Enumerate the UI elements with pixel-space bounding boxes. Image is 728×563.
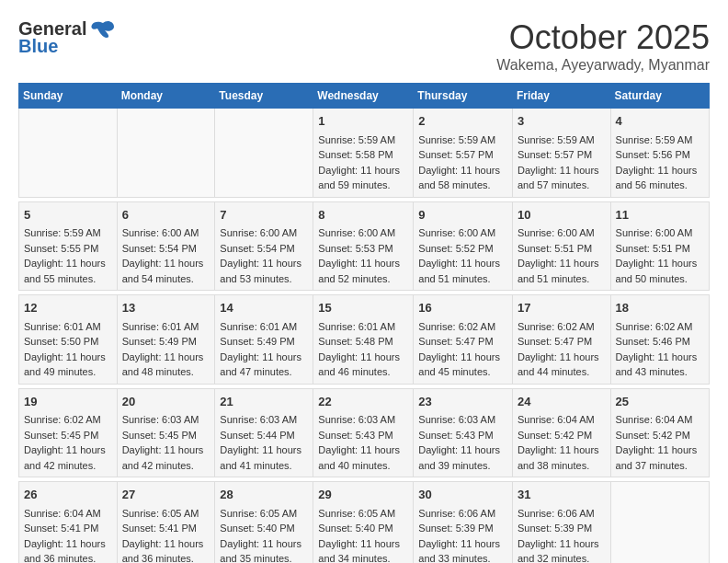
calendar-table: SundayMondayTuesdayWednesdayThursdayFrid…: [18, 83, 710, 563]
day-cell: 15Sunrise: 6:01 AMSunset: 5:48 PMDayligh…: [313, 295, 414, 385]
day-cell: 21Sunrise: 6:03 AMSunset: 5:44 PMDayligh…: [215, 388, 313, 477]
day-cell: 1Sunrise: 5:59 AMSunset: 5:58 PMDaylight…: [313, 109, 414, 198]
day-info: Sunrise: 5:59 AMSunset: 5:55 PMDaylight:…: [24, 227, 106, 284]
day-number: 16: [418, 299, 507, 317]
day-info: Sunrise: 6:05 AMSunset: 5:40 PMDaylight:…: [220, 508, 301, 564]
day-info: Sunrise: 6:04 AMSunset: 5:42 PMDaylight:…: [616, 414, 698, 471]
title-block: October 2025 Wakema, Ayeyarwady, Myanmar: [496, 18, 710, 74]
day-cell: 9Sunrise: 6:00 AMSunset: 5:52 PMDaylight…: [414, 201, 513, 291]
day-cell: 11Sunrise: 6:00 AMSunset: 5:51 PMDayligh…: [610, 201, 709, 291]
day-cell: 22Sunrise: 6:03 AMSunset: 5:43 PMDayligh…: [313, 388, 414, 477]
day-number: 3: [518, 112, 606, 131]
day-number: 18: [616, 299, 704, 317]
day-info: Sunrise: 6:00 AMSunset: 5:54 PMDaylight:…: [220, 227, 301, 284]
day-info: Sunrise: 6:02 AMSunset: 5:47 PMDaylight:…: [418, 321, 500, 378]
day-info: Sunrise: 6:03 AMSunset: 5:44 PMDaylight:…: [220, 414, 301, 471]
day-number: 29: [318, 486, 408, 504]
day-info: Sunrise: 6:06 AMSunset: 5:39 PMDaylight:…: [418, 508, 500, 564]
day-number: 31: [518, 486, 606, 504]
day-cell: 7Sunrise: 6:00 AMSunset: 5:54 PMDaylight…: [215, 201, 313, 291]
location: Wakema, Ayeyarwady, Myanmar: [496, 57, 710, 74]
day-info: Sunrise: 6:02 AMSunset: 5:45 PMDaylight:…: [24, 414, 106, 471]
weekday-header-tuesday: Tuesday: [215, 84, 313, 109]
day-cell: [19, 109, 118, 198]
day-info: Sunrise: 6:03 AMSunset: 5:45 PMDaylight:…: [122, 414, 204, 471]
day-cell: 5Sunrise: 5:59 AMSunset: 5:55 PMDaylight…: [19, 201, 118, 291]
day-cell: 31Sunrise: 6:06 AMSunset: 5:39 PMDayligh…: [512, 482, 610, 564]
logo: General Blue: [18, 18, 116, 57]
day-number: 11: [616, 206, 704, 224]
month-title: October 2025: [496, 18, 710, 57]
day-cell: 24Sunrise: 6:04 AMSunset: 5:42 PMDayligh…: [512, 388, 610, 477]
day-number: 20: [122, 393, 210, 411]
week-row-1: 1Sunrise: 5:59 AMSunset: 5:58 PMDaylight…: [19, 109, 710, 198]
weekday-header-row: SundayMondayTuesdayWednesdayThursdayFrid…: [19, 84, 710, 109]
day-cell: 29Sunrise: 6:05 AMSunset: 5:40 PMDayligh…: [313, 482, 414, 564]
logo-blue: Blue: [18, 36, 58, 57]
day-info: Sunrise: 6:00 AMSunset: 5:54 PMDaylight:…: [122, 227, 204, 284]
day-number: 30: [418, 486, 507, 504]
day-cell: 17Sunrise: 6:02 AMSunset: 5:47 PMDayligh…: [512, 295, 610, 385]
day-number: 10: [518, 206, 606, 224]
day-info: Sunrise: 6:01 AMSunset: 5:49 PMDaylight:…: [122, 321, 204, 378]
day-info: Sunrise: 6:01 AMSunset: 5:49 PMDaylight:…: [220, 321, 301, 378]
day-number: 23: [418, 393, 507, 411]
day-cell: 10Sunrise: 6:00 AMSunset: 5:51 PMDayligh…: [512, 201, 610, 291]
weekday-header-thursday: Thursday: [414, 84, 513, 109]
day-cell: 19Sunrise: 6:02 AMSunset: 5:45 PMDayligh…: [19, 388, 118, 477]
day-info: Sunrise: 6:05 AMSunset: 5:41 PMDaylight:…: [122, 508, 204, 564]
day-cell: [610, 482, 709, 564]
weekday-header-wednesday: Wednesday: [313, 84, 414, 109]
day-number: 19: [24, 393, 112, 411]
day-number: 15: [318, 299, 408, 317]
day-info: Sunrise: 6:00 AMSunset: 5:51 PMDaylight:…: [518, 227, 599, 284]
day-cell: 16Sunrise: 6:02 AMSunset: 5:47 PMDayligh…: [414, 295, 513, 385]
day-number: 4: [616, 112, 704, 131]
day-cell: 18Sunrise: 6:02 AMSunset: 5:46 PMDayligh…: [610, 295, 709, 385]
day-number: 21: [220, 393, 308, 411]
day-cell: 3Sunrise: 5:59 AMSunset: 5:57 PMDaylight…: [512, 109, 610, 198]
day-cell: 8Sunrise: 6:00 AMSunset: 5:53 PMDaylight…: [313, 201, 414, 291]
day-number: 5: [24, 206, 112, 224]
weekday-header-sunday: Sunday: [19, 84, 118, 109]
day-number: 28: [220, 486, 308, 504]
weekday-header-friday: Friday: [512, 84, 610, 109]
week-row-3: 12Sunrise: 6:01 AMSunset: 5:50 PMDayligh…: [19, 295, 710, 385]
day-number: 14: [220, 299, 308, 317]
day-number: 1: [318, 112, 408, 131]
day-number: 2: [418, 112, 507, 131]
day-cell: 13Sunrise: 6:01 AMSunset: 5:49 PMDayligh…: [117, 295, 215, 385]
day-number: 22: [318, 393, 408, 411]
day-info: Sunrise: 6:01 AMSunset: 5:48 PMDaylight:…: [318, 321, 400, 378]
day-number: 6: [122, 206, 210, 224]
day-number: 9: [418, 206, 507, 224]
day-info: Sunrise: 6:04 AMSunset: 5:41 PMDaylight:…: [24, 508, 106, 564]
day-number: 26: [24, 486, 112, 504]
day-cell: 14Sunrise: 6:01 AMSunset: 5:49 PMDayligh…: [215, 295, 313, 385]
day-info: Sunrise: 6:03 AMSunset: 5:43 PMDaylight:…: [418, 414, 500, 471]
page-header: General Blue October 2025 Wakema, Ayeyar…: [18, 18, 710, 74]
day-number: 12: [24, 299, 112, 317]
day-cell: 26Sunrise: 6:04 AMSunset: 5:41 PMDayligh…: [19, 482, 118, 564]
day-info: Sunrise: 6:03 AMSunset: 5:43 PMDaylight:…: [318, 414, 400, 471]
day-info: Sunrise: 5:59 AMSunset: 5:56 PMDaylight:…: [616, 134, 698, 191]
day-number: 27: [122, 486, 210, 504]
day-number: 8: [318, 206, 408, 224]
day-cell: 4Sunrise: 5:59 AMSunset: 5:56 PMDaylight…: [610, 109, 709, 198]
day-number: 25: [616, 393, 704, 411]
day-cell: 6Sunrise: 6:00 AMSunset: 5:54 PMDaylight…: [117, 201, 215, 291]
day-cell: [215, 109, 313, 198]
day-cell: 27Sunrise: 6:05 AMSunset: 5:41 PMDayligh…: [117, 482, 215, 564]
day-info: Sunrise: 6:00 AMSunset: 5:52 PMDaylight:…: [418, 227, 500, 284]
day-cell: 12Sunrise: 6:01 AMSunset: 5:50 PMDayligh…: [19, 295, 118, 385]
logo-bird-icon: [90, 19, 116, 40]
day-cell: 23Sunrise: 6:03 AMSunset: 5:43 PMDayligh…: [414, 388, 513, 477]
day-info: Sunrise: 5:59 AMSunset: 5:57 PMDaylight:…: [518, 134, 599, 191]
day-cell: 30Sunrise: 6:06 AMSunset: 5:39 PMDayligh…: [414, 482, 513, 564]
day-cell: 25Sunrise: 6:04 AMSunset: 5:42 PMDayligh…: [610, 388, 709, 477]
day-cell: [117, 109, 215, 198]
day-info: Sunrise: 6:01 AMSunset: 5:50 PMDaylight:…: [24, 321, 106, 378]
day-number: 17: [518, 299, 606, 317]
day-info: Sunrise: 6:04 AMSunset: 5:42 PMDaylight:…: [518, 414, 599, 471]
day-cell: 28Sunrise: 6:05 AMSunset: 5:40 PMDayligh…: [215, 482, 313, 564]
